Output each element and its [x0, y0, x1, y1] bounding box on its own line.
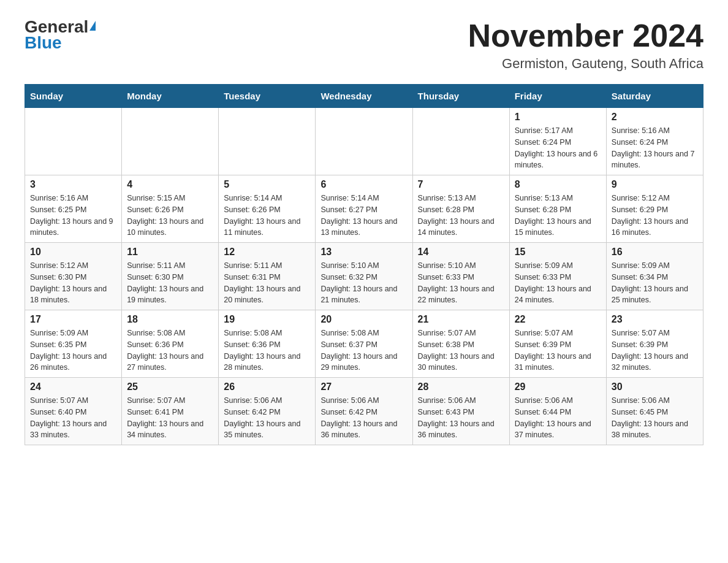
calendar-cell: 23Sunrise: 5:07 AM Sunset: 6:39 PM Dayli…: [606, 310, 703, 378]
day-info: Sunrise: 5:09 AM Sunset: 6:33 PM Dayligh…: [515, 260, 601, 306]
day-info: Sunrise: 5:10 AM Sunset: 6:33 PM Dayligh…: [418, 260, 504, 306]
calendar-cell: 6Sunrise: 5:14 AM Sunset: 6:27 PM Daylig…: [316, 175, 412, 243]
calendar-cell: 3Sunrise: 5:16 AM Sunset: 6:25 PM Daylig…: [25, 175, 122, 243]
calendar-cell: 21Sunrise: 5:07 AM Sunset: 6:38 PM Dayli…: [412, 310, 509, 378]
day-info: Sunrise: 5:06 AM Sunset: 6:44 PM Dayligh…: [515, 395, 601, 441]
calendar-cell: [412, 108, 509, 175]
calendar-cell: 26Sunrise: 5:06 AM Sunset: 6:42 PM Dayli…: [219, 378, 316, 445]
day-info: Sunrise: 5:06 AM Sunset: 6:45 PM Dayligh…: [612, 395, 698, 441]
day-info: Sunrise: 5:06 AM Sunset: 6:43 PM Dayligh…: [418, 395, 504, 441]
day-info: Sunrise: 5:11 AM Sunset: 6:30 PM Dayligh…: [127, 260, 213, 306]
day-number: 19: [224, 314, 310, 325]
day-info: Sunrise: 5:14 AM Sunset: 6:26 PM Dayligh…: [224, 193, 310, 239]
calendar-cell: 9Sunrise: 5:12 AM Sunset: 6:29 PM Daylig…: [606, 175, 703, 243]
day-number: 29: [515, 381, 601, 393]
day-number: 8: [515, 179, 601, 190]
day-number: 25: [127, 381, 213, 393]
calendar-cell: 28Sunrise: 5:06 AM Sunset: 6:43 PM Dayli…: [412, 378, 509, 445]
day-info: Sunrise: 5:08 AM Sunset: 6:37 PM Dayligh…: [320, 327, 407, 373]
title-block: November 2024 Germiston, Gauteng, South …: [468, 18, 703, 72]
calendar-cell: 11Sunrise: 5:11 AM Sunset: 6:30 PM Dayli…: [122, 243, 219, 310]
day-info: Sunrise: 5:17 AM Sunset: 6:24 PM Dayligh…: [515, 125, 601, 171]
day-number: 2: [612, 112, 698, 123]
calendar-cell: [25, 108, 122, 175]
day-info: Sunrise: 5:16 AM Sunset: 6:25 PM Dayligh…: [30, 193, 116, 239]
day-info: Sunrise: 5:08 AM Sunset: 6:36 PM Dayligh…: [127, 327, 213, 373]
day-number: 28: [418, 381, 504, 393]
calendar-header-row: SundayMondayTuesdayWednesdayThursdayFrid…: [25, 85, 703, 108]
calendar-cell: 2Sunrise: 5:16 AM Sunset: 6:24 PM Daylig…: [606, 108, 703, 175]
day-info: Sunrise: 5:15 AM Sunset: 6:26 PM Dayligh…: [127, 193, 213, 239]
day-info: Sunrise: 5:11 AM Sunset: 6:31 PM Dayligh…: [224, 260, 310, 306]
day-info: Sunrise: 5:08 AM Sunset: 6:36 PM Dayligh…: [224, 327, 310, 373]
calendar-cell: 30Sunrise: 5:06 AM Sunset: 6:45 PM Dayli…: [606, 378, 703, 445]
calendar-cell: 12Sunrise: 5:11 AM Sunset: 6:31 PM Dayli…: [219, 243, 316, 310]
day-number: 5: [224, 179, 310, 190]
calendar-week-row: 1Sunrise: 5:17 AM Sunset: 6:24 PM Daylig…: [25, 108, 703, 175]
col-header-thursday: Thursday: [412, 85, 509, 108]
day-number: 7: [418, 179, 504, 190]
calendar-cell: 16Sunrise: 5:09 AM Sunset: 6:34 PM Dayli…: [606, 243, 703, 310]
calendar-cell: [122, 108, 219, 175]
calendar-cell: 7Sunrise: 5:13 AM Sunset: 6:28 PM Daylig…: [412, 175, 509, 243]
day-info: Sunrise: 5:07 AM Sunset: 6:38 PM Dayligh…: [418, 327, 504, 373]
calendar-cell: 1Sunrise: 5:17 AM Sunset: 6:24 PM Daylig…: [509, 108, 606, 175]
calendar-cell: 27Sunrise: 5:06 AM Sunset: 6:42 PM Dayli…: [316, 378, 412, 445]
calendar-cell: [219, 108, 316, 175]
logo-triangle-icon: [89, 21, 96, 31]
day-number: 3: [30, 179, 116, 190]
day-info: Sunrise: 5:16 AM Sunset: 6:24 PM Dayligh…: [612, 125, 698, 171]
day-number: 4: [127, 179, 213, 190]
calendar-cell: 22Sunrise: 5:07 AM Sunset: 6:39 PM Dayli…: [509, 310, 606, 378]
day-number: 18: [127, 314, 213, 325]
calendar-table: SundayMondayTuesdayWednesdayThursdayFrid…: [25, 84, 703, 445]
col-header-sunday: Sunday: [25, 85, 122, 108]
col-header-monday: Monday: [122, 85, 219, 108]
day-info: Sunrise: 5:07 AM Sunset: 6:39 PM Dayligh…: [515, 327, 601, 373]
calendar-week-row: 24Sunrise: 5:07 AM Sunset: 6:40 PM Dayli…: [25, 378, 703, 445]
calendar-cell: 8Sunrise: 5:13 AM Sunset: 6:28 PM Daylig…: [509, 175, 606, 243]
day-info: Sunrise: 5:09 AM Sunset: 6:35 PM Dayligh…: [30, 327, 116, 373]
day-number: 26: [224, 381, 310, 393]
calendar-cell: 15Sunrise: 5:09 AM Sunset: 6:33 PM Dayli…: [509, 243, 606, 310]
day-info: Sunrise: 5:07 AM Sunset: 6:39 PM Dayligh…: [612, 327, 698, 373]
day-info: Sunrise: 5:13 AM Sunset: 6:28 PM Dayligh…: [418, 193, 504, 239]
calendar-cell: 10Sunrise: 5:12 AM Sunset: 6:30 PM Dayli…: [25, 243, 122, 310]
calendar-cell: 20Sunrise: 5:08 AM Sunset: 6:37 PM Dayli…: [316, 310, 412, 378]
calendar-title: November 2024: [468, 18, 703, 53]
day-info: Sunrise: 5:13 AM Sunset: 6:28 PM Dayligh…: [515, 193, 601, 239]
day-number: 30: [612, 381, 698, 393]
calendar-cell: [316, 108, 412, 175]
day-number: 16: [612, 247, 698, 258]
day-info: Sunrise: 5:09 AM Sunset: 6:34 PM Dayligh…: [612, 260, 698, 306]
calendar-cell: 14Sunrise: 5:10 AM Sunset: 6:33 PM Dayli…: [412, 243, 509, 310]
day-info: Sunrise: 5:12 AM Sunset: 6:30 PM Dayligh…: [30, 260, 116, 306]
page-header: General Blue November 2024 Germiston, Ga…: [25, 18, 703, 72]
day-number: 24: [30, 381, 116, 393]
calendar-week-row: 3Sunrise: 5:16 AM Sunset: 6:25 PM Daylig…: [25, 175, 703, 243]
day-info: Sunrise: 5:10 AM Sunset: 6:32 PM Dayligh…: [320, 260, 407, 306]
day-number: 15: [515, 247, 601, 258]
col-header-friday: Friday: [509, 85, 606, 108]
col-header-saturday: Saturday: [606, 85, 703, 108]
day-number: 20: [320, 314, 407, 325]
calendar-cell: 25Sunrise: 5:07 AM Sunset: 6:41 PM Dayli…: [122, 378, 219, 445]
day-number: 14: [418, 247, 504, 258]
day-number: 1: [515, 112, 601, 123]
calendar-cell: 18Sunrise: 5:08 AM Sunset: 6:36 PM Dayli…: [122, 310, 219, 378]
day-info: Sunrise: 5:06 AM Sunset: 6:42 PM Dayligh…: [224, 395, 310, 441]
calendar-week-row: 10Sunrise: 5:12 AM Sunset: 6:30 PM Dayli…: [25, 243, 703, 310]
day-number: 6: [320, 179, 407, 190]
day-number: 13: [320, 247, 407, 258]
calendar-cell: 5Sunrise: 5:14 AM Sunset: 6:26 PM Daylig…: [219, 175, 316, 243]
col-header-wednesday: Wednesday: [316, 85, 412, 108]
calendar-cell: 4Sunrise: 5:15 AM Sunset: 6:26 PM Daylig…: [122, 175, 219, 243]
calendar-cell: 24Sunrise: 5:07 AM Sunset: 6:40 PM Dayli…: [25, 378, 122, 445]
day-info: Sunrise: 5:06 AM Sunset: 6:42 PM Dayligh…: [320, 395, 407, 441]
day-number: 23: [612, 314, 698, 325]
day-number: 17: [30, 314, 116, 325]
calendar-cell: 13Sunrise: 5:10 AM Sunset: 6:32 PM Dayli…: [316, 243, 412, 310]
day-number: 10: [30, 247, 116, 258]
day-number: 11: [127, 247, 213, 258]
day-number: 9: [612, 179, 698, 190]
